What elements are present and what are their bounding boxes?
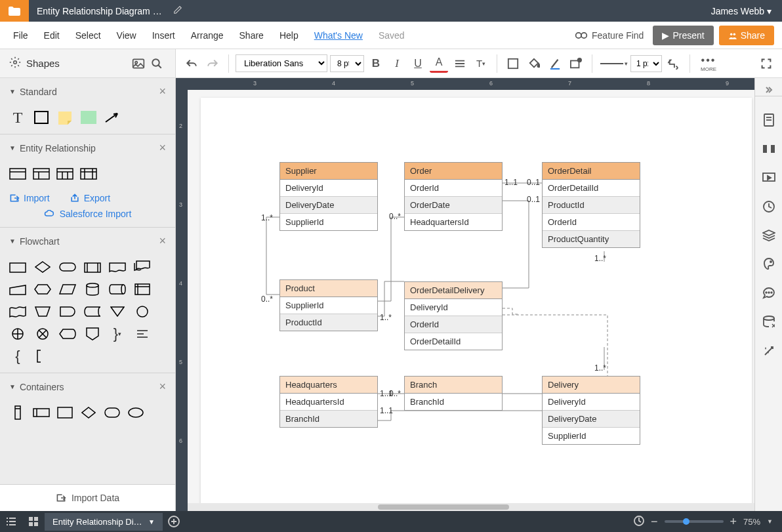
fc-paper-tape[interactable] <box>9 304 26 319</box>
entity-orderdetaildelivery[interactable]: OrderDetailDelivery DeliveryId OrderId O… <box>404 281 503 350</box>
salesforce-import-link[interactable]: Salesforce Import <box>0 209 175 219</box>
text-options-button[interactable]: T▾ <box>472 54 490 73</box>
menu-view[interactable]: View <box>109 26 144 45</box>
cont-3[interactable] <box>56 405 73 420</box>
shape-er-1[interactable] <box>9 167 26 181</box>
cont-5[interactable] <box>104 405 121 420</box>
menu-insert[interactable]: Insert <box>144 26 183 45</box>
shape-er-2[interactable] <box>33 167 50 181</box>
entity-orderdetail[interactable]: OrderDetail OrderDetailId ProductId Orde… <box>542 162 640 248</box>
italic-button[interactable]: I <box>388 54 406 73</box>
fc-process[interactable] <box>9 260 26 274</box>
present-icon[interactable] <box>761 170 777 186</box>
fc-preparation[interactable] <box>34 282 51 297</box>
fc-summing[interactable] <box>34 327 51 341</box>
fc-database[interactable] <box>84 282 101 297</box>
zoom-level[interactable]: 75% <box>743 517 760 527</box>
section-containers[interactable]: ▼ Containers × <box>0 373 175 400</box>
shape-fill-button[interactable] <box>504 54 522 73</box>
underline-button[interactable]: U <box>409 54 427 73</box>
menu-arrange[interactable]: Arrange <box>183 26 232 45</box>
page-tab[interactable]: Entity Relationship Dia... ▼ <box>45 513 163 531</box>
entity-product[interactable]: Product SupplierId ProductId <box>279 279 378 331</box>
user-menu[interactable]: James Webb ▾ <box>701 6 782 16</box>
fill-color-button[interactable] <box>525 54 543 73</box>
share-button[interactable]: Share <box>719 26 774 45</box>
close-icon[interactable]: × <box>159 85 166 98</box>
fc-off-page[interactable] <box>84 327 101 341</box>
shape-er-4[interactable] <box>80 167 97 181</box>
import-data-button[interactable]: Import Data <box>0 484 175 511</box>
shape-style-button[interactable] <box>567 54 585 73</box>
collapse-right-icon[interactable] <box>755 83 782 96</box>
section-entity-relationship[interactable]: ▼ Entity Relationship × <box>0 134 175 161</box>
section-standard[interactable]: ▼ Standard × <box>0 78 175 105</box>
canvas[interactable]: Supplier DeliveryId DeliveryDate Supplie… <box>188 90 754 511</box>
entity-order[interactable]: Order OrderId OrderDate HeadquartersId <box>404 162 503 231</box>
feature-find[interactable]: Feature Find <box>568 30 650 41</box>
export-link[interactable]: Export <box>70 193 110 203</box>
menu-whats-new[interactable]: What's New <box>306 26 371 45</box>
paint-icon[interactable] <box>761 256 777 272</box>
zoom-out-button[interactable]: − <box>651 515 658 529</box>
section-flowchart[interactable]: ▼ Flowchart × <box>0 228 175 255</box>
add-page-button[interactable] <box>163 511 185 532</box>
border-color-button[interactable] <box>546 54 564 73</box>
fc-decision[interactable] <box>34 260 51 274</box>
fc-direct-data[interactable] <box>109 282 126 297</box>
shape-er-3[interactable] <box>56 167 73 181</box>
menu-file[interactable]: File <box>5 26 36 45</box>
fc-display[interactable] <box>59 327 76 341</box>
bold-button[interactable]: B <box>367 54 385 73</box>
zoom-slider[interactable] <box>665 520 724 523</box>
fc-merge[interactable] <box>109 304 126 319</box>
shape-note[interactable] <box>56 110 73 125</box>
fc-annotation[interactable] <box>34 349 51 363</box>
diagram-page[interactable]: Supplier DeliveryId DeliveryDate Supplie… <box>201 98 752 511</box>
fc-internal-storage[interactable] <box>134 282 151 297</box>
shape-rect[interactable] <box>33 110 50 125</box>
outline-view-icon[interactable] <box>0 511 22 532</box>
fc-note-lines[interactable] <box>134 327 151 341</box>
import-link[interactable]: Import <box>9 193 50 203</box>
folder-icon[interactable] <box>0 0 29 22</box>
history-icon[interactable] <box>761 199 777 215</box>
line-route-button[interactable] <box>665 54 683 73</box>
fc-brace-l[interactable]: { <box>9 349 26 363</box>
fc-delay[interactable] <box>59 304 76 319</box>
close-icon[interactable]: × <box>159 380 166 394</box>
menu-edit[interactable]: Edit <box>36 26 68 45</box>
zoom-in-button[interactable]: + <box>730 515 737 529</box>
layers-icon[interactable] <box>761 228 777 243</box>
document-title[interactable]: Entity Relationship Diagram Exa... <box>29 6 173 16</box>
line-style-button[interactable]: ▾ <box>599 54 628 73</box>
sync-icon[interactable] <box>634 516 644 528</box>
fc-data[interactable] <box>59 282 76 297</box>
fc-stored-data[interactable] <box>84 304 101 319</box>
cont-4[interactable] <box>80 405 97 420</box>
text-color-button[interactable]: A <box>430 54 448 73</box>
entity-supplier[interactable]: Supplier DeliveryId DeliveryDate Supplie… <box>279 162 378 231</box>
menu-select[interactable]: Select <box>68 26 109 45</box>
fc-manual-input[interactable] <box>9 282 26 297</box>
entity-branch[interactable]: Branch BranchId <box>404 376 503 411</box>
undo-button[interactable] <box>182 54 201 73</box>
menu-help[interactable]: Help <box>272 26 306 45</box>
menu-share[interactable]: Share <box>232 26 272 45</box>
align-button[interactable] <box>451 54 469 73</box>
shape-arrow[interactable] <box>104 110 121 125</box>
font-size-select[interactable]: 8 pt <box>330 55 364 72</box>
more-button[interactable]: •••MORE <box>697 54 720 73</box>
fc-document[interactable] <box>109 260 126 274</box>
entity-delivery[interactable]: Delivery DeliveryId DeliveryDate Supplie… <box>542 376 640 445</box>
comments-icon[interactable] <box>761 141 777 157</box>
line-width-select[interactable]: 1 px <box>630 55 662 72</box>
doc-info-icon[interactable] <box>761 112 777 128</box>
chat-icon[interactable] <box>761 285 777 301</box>
edit-title-icon[interactable] <box>173 5 182 16</box>
fullscreen-button[interactable] <box>757 54 775 73</box>
cont-6[interactable] <box>127 405 144 420</box>
fc-connector[interactable] <box>134 304 151 319</box>
cont-1[interactable] <box>9 405 26 420</box>
chevron-down-icon[interactable]: ▼ <box>767 518 773 525</box>
